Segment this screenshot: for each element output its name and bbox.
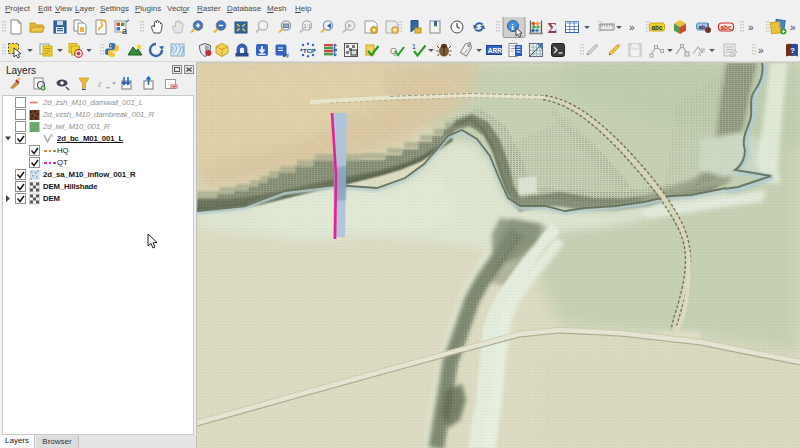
svg-text:1: 1 — [412, 43, 416, 50]
svg-text:Σ: Σ — [548, 20, 557, 36]
svg-text:abc: abc — [652, 24, 664, 31]
svg-text:»: » — [629, 22, 635, 33]
svg-text:x: x — [697, 49, 702, 58]
svg-text:?: ? — [790, 46, 795, 55]
svg-text:»: » — [758, 45, 764, 56]
svg-text:»: » — [790, 22, 796, 33]
svg-text:»: » — [748, 22, 754, 33]
svg-text:ARR: ARR — [488, 47, 502, 54]
svg-text:TCF: TCF — [303, 48, 315, 54]
svg-text:a: a — [122, 26, 127, 36]
svg-text:1:1: 1:1 — [304, 23, 312, 29]
svg-text:abc: abc — [721, 24, 733, 31]
svg-text:ε: ε — [98, 78, 102, 89]
svg-text:ab: ab — [699, 24, 706, 30]
svg-text:sql: sql — [283, 53, 289, 58]
